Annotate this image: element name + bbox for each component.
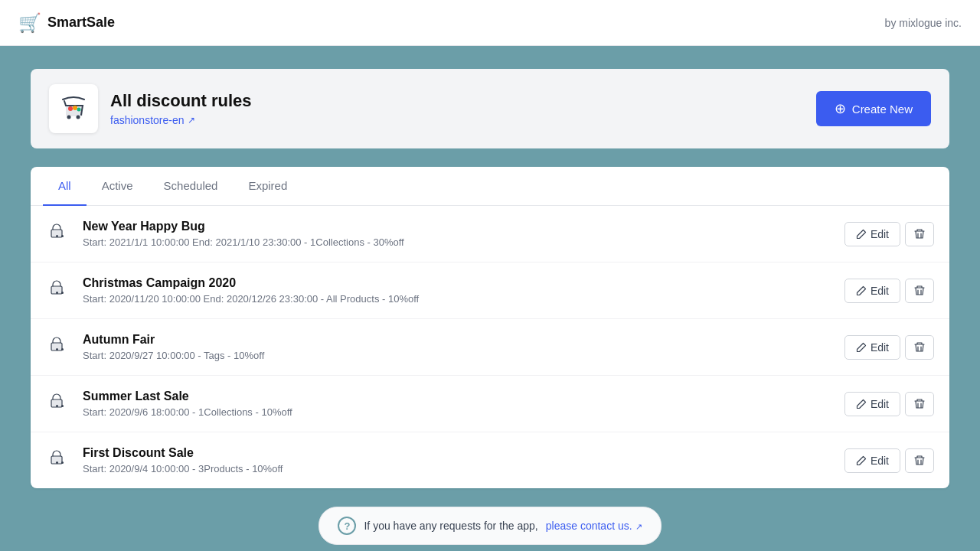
discount-meta: Start: 2021/1/1 10:00:00 End: 2021/1/10 …: [83, 236, 844, 248]
discount-item-icon: [46, 279, 70, 302]
svg-point-13: [61, 348, 64, 350]
discount-info: Autumn Fair Start: 2020/9/27 10:00:00 - …: [83, 333, 844, 361]
discount-info: Summer Last Sale Start: 2020/9/6 18:00:0…: [83, 390, 844, 418]
pencil-icon: [856, 455, 867, 466]
discount-item-icon: [46, 449, 70, 472]
svg-point-16: [61, 405, 64, 407]
discount-meta: Start: 2020/11/20 10:00:00 End: 2020/12/…: [83, 293, 844, 305]
discount-meta: Start: 2020/9/27 10:00:00 - Tags - 10%of…: [83, 350, 844, 361]
footer-note-inner: ? If you have any requests for the app, …: [318, 507, 661, 545]
pencil-icon: [856, 342, 867, 353]
footer-text: If you have any requests for the app,: [364, 520, 537, 532]
edit-button[interactable]: Edit: [844, 222, 900, 246]
svg-point-19: [61, 461, 64, 464]
table-row: Christmas Campaign 2020 Start: 2020/11/2…: [31, 262, 949, 319]
table-row: New Year Happy Bug Start: 2021/1/1 10:00…: [31, 206, 949, 262]
svg-point-17: [56, 405, 58, 407]
table-row: Autumn Fair Start: 2020/9/27 10:00:00 - …: [31, 319, 949, 376]
page-header-left: All discount rules fashionstore-en ↗: [49, 84, 252, 133]
main-content: All discount rules fashionstore-en ↗ ⊕ C…: [0, 46, 980, 551]
discount-name: First Discount Sale: [83, 446, 844, 460]
edit-button[interactable]: Edit: [844, 448, 900, 473]
tabs-bar: All Active Scheduled Expired: [31, 167, 949, 206]
discount-rules-card: All Active Scheduled Expired New Year Ha: [31, 167, 949, 488]
external-link-icon: ↗: [188, 115, 195, 126]
plus-icon: ⊕: [835, 100, 846, 117]
svg-point-10: [61, 292, 64, 294]
pencil-icon: [856, 229, 867, 240]
table-row: First Discount Sale Start: 2020/9/4 10:0…: [31, 432, 949, 488]
svg-point-4: [73, 106, 77, 110]
discount-item-icon: [46, 393, 70, 416]
header-byline: by mixlogue inc.: [885, 17, 962, 29]
discount-item-icon: [46, 336, 70, 359]
pencil-icon: [856, 285, 867, 296]
contact-link[interactable]: please contact us. ↗: [546, 520, 642, 532]
trash-icon: [913, 285, 926, 297]
svg-point-7: [61, 235, 64, 237]
delete-button[interactable]: [905, 335, 934, 360]
edit-button[interactable]: Edit: [844, 335, 900, 360]
cart-icon: [58, 93, 89, 124]
create-new-button[interactable]: ⊕ Create New: [816, 91, 931, 126]
discount-name: Christmas Campaign 2020: [83, 276, 844, 290]
discount-actions: Edit: [844, 279, 934, 303]
svg-point-20: [56, 461, 58, 464]
page-header: All discount rules fashionstore-en ↗ ⊕ C…: [31, 69, 949, 148]
help-icon: ?: [338, 517, 356, 535]
page-title: All discount rules: [110, 91, 252, 111]
discount-meta: Start: 2020/9/4 10:00:00 - 3Products - 1…: [83, 463, 844, 474]
discount-meta: Start: 2020/9/6 18:00:00 - 1Collections …: [83, 406, 844, 418]
discount-name: Autumn Fair: [83, 333, 844, 347]
trash-icon: [913, 398, 926, 410]
edit-button[interactable]: Edit: [844, 392, 900, 416]
delete-button[interactable]: [905, 448, 934, 473]
discount-actions: Edit: [844, 448, 934, 473]
tab-active[interactable]: Active: [87, 167, 149, 206]
svg-point-5: [77, 108, 81, 112]
footer-note: ? If you have any requests for the app, …: [31, 507, 949, 545]
svg-point-11: [56, 292, 58, 294]
svg-point-1: [67, 116, 71, 119]
app-header: 🛒 SmartSale by mixlogue inc.: [0, 0, 980, 46]
page-title-area: All discount rules fashionstore-en ↗: [110, 91, 252, 126]
store-link[interactable]: fashionstore-en ↗: [110, 114, 252, 126]
discount-actions: Edit: [844, 392, 934, 416]
tab-expired[interactable]: Expired: [233, 167, 302, 206]
delete-button[interactable]: [905, 222, 934, 246]
discount-name: New Year Happy Bug: [83, 220, 844, 233]
page-icon-box: [49, 84, 98, 133]
discount-actions: Edit: [844, 335, 934, 360]
pencil-icon: [856, 399, 867, 409]
discount-info: New Year Happy Bug Start: 2021/1/1 10:00…: [83, 220, 844, 248]
svg-point-3: [68, 106, 73, 111]
external-link-icon-footer: ↗: [635, 522, 642, 531]
delete-button[interactable]: [905, 279, 934, 303]
delete-button[interactable]: [905, 392, 934, 416]
discount-item-icon: [46, 223, 70, 246]
discount-name: Summer Last Sale: [83, 390, 844, 403]
trash-icon: [913, 228, 926, 240]
discount-actions: Edit: [844, 222, 934, 246]
discount-info: Christmas Campaign 2020 Start: 2020/11/2…: [83, 276, 844, 305]
logo-text: SmartSale: [47, 15, 115, 31]
table-row: Summer Last Sale Start: 2020/9/6 18:00:0…: [31, 376, 949, 432]
trash-icon: [913, 455, 926, 467]
svg-point-8: [56, 235, 58, 237]
tab-scheduled[interactable]: Scheduled: [149, 167, 234, 206]
discount-list: New Year Happy Bug Start: 2021/1/1 10:00…: [31, 206, 949, 488]
discount-info: First Discount Sale Start: 2020/9/4 10:0…: [83, 446, 844, 474]
logo: 🛒 SmartSale: [18, 12, 115, 34]
edit-button[interactable]: Edit: [844, 279, 900, 303]
svg-point-2: [77, 116, 80, 119]
logo-icon: 🛒: [18, 12, 41, 34]
svg-point-14: [56, 348, 58, 350]
trash-icon: [913, 341, 926, 354]
tab-all[interactable]: All: [43, 167, 87, 206]
